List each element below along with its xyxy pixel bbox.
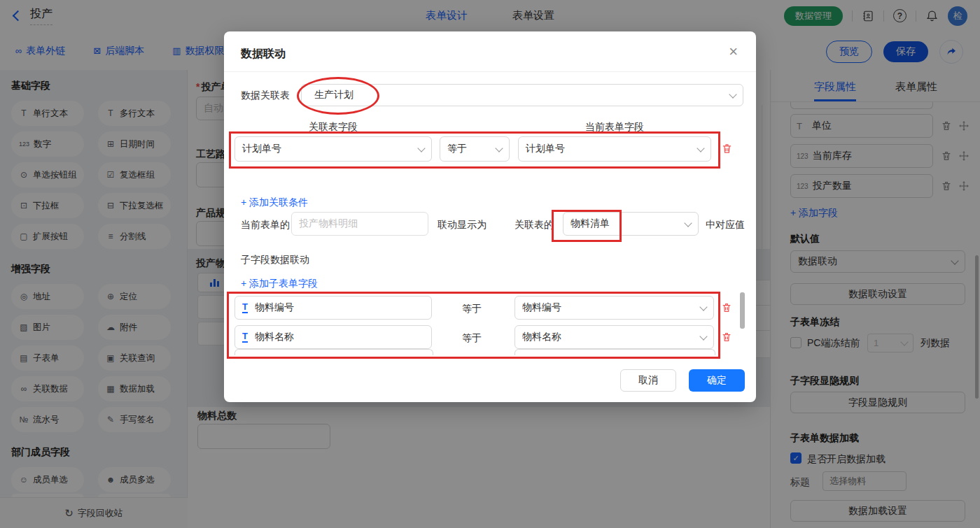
delete-subrow-trash-icon[interactable] [721,302,732,313]
chevron-down-icon [699,332,707,340]
related-field-select[interactable]: 物料清单 [563,212,699,236]
dialog-header-divider [224,71,756,72]
subrow-right-select[interactable]: 物料编号 [514,296,714,320]
dialog-title: 数据联动 [241,47,286,62]
relation-table-select[interactable]: 生产计划 [301,84,743,106]
subrow-operator: 等于 [462,303,482,315]
subfield-linkage-section-label: 子字段数据联动 [241,254,309,266]
subrow-left-field[interactable]: T 物料名称 [234,325,432,349]
cancel-button[interactable]: 取消 [620,369,676,392]
delete-condition-trash-icon[interactable] [721,143,733,155]
subrow-left-field[interactable]: T 物料编号 [234,296,432,320]
chevron-down-icon [495,144,503,152]
confirm-button[interactable]: 确定 [689,369,745,392]
modal-scrollbar-thumb[interactable] [740,292,745,329]
display-as-label: 联动显示为 [438,219,486,231]
close-icon[interactable]: × [729,44,738,59]
data-linkage-dialog: 数据联动 × 数据关联表 生产计划 关联表字段 当前表单字段 计划单号 等于 计… [224,31,756,402]
current-form-field-input[interactable]: 投产物料明细 [291,212,428,236]
add-subform-field-link[interactable]: + 添加子表单字段 [241,278,318,290]
delete-subrow-trash-icon[interactable] [721,331,732,343]
chevron-down-icon [699,303,707,311]
column-header-current-form-fields: 当前表单字段 [518,121,711,134]
text-field-icon: T [242,302,248,313]
condition-left-select[interactable]: 计划单号 [234,136,432,162]
subrow-right-select[interactable]: 物料名称 [514,325,714,349]
chevron-down-icon [729,90,736,98]
chevron-down-icon [684,219,692,227]
condition-right-select[interactable]: 计划单号 [518,136,711,162]
add-condition-link[interactable]: + 添加关联条件 [241,197,308,209]
subrow-operator: 等于 [462,332,482,345]
chevron-down-icon [696,144,704,152]
current-form-label: 当前表单的 [241,219,290,231]
clipped-subrow [514,349,715,355]
related-table-label: 关联表的 [514,219,554,231]
clipped-subrow [234,349,433,355]
column-header-relation-fields: 关联表字段 [234,121,432,134]
condition-operator-select[interactable]: 等于 [440,136,510,162]
corresponding-value-label: 中对应值 [706,219,745,231]
chevron-down-icon [417,144,425,152]
text-field-icon: T [242,331,248,343]
relation-table-label: 数据关联表 [241,90,290,102]
